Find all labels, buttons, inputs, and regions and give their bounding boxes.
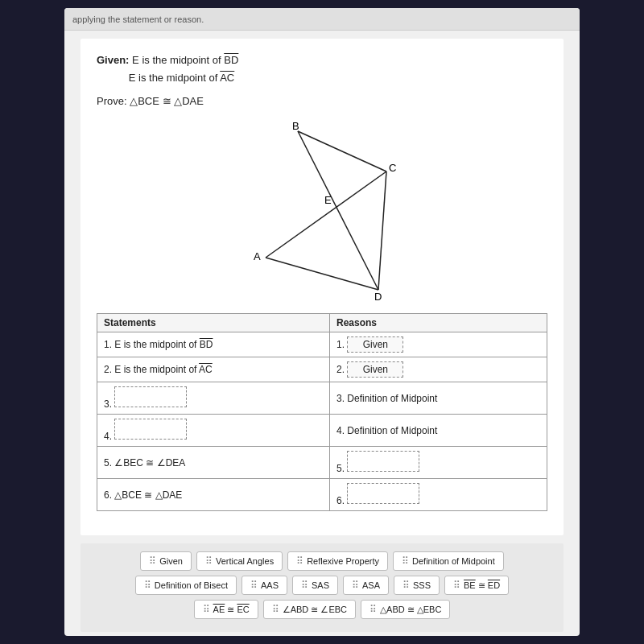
svg-line-3 — [266, 258, 378, 290]
svg-line-0 — [298, 131, 386, 171]
point-E: E — [324, 194, 332, 206]
content-area: Given: E is the midpoint of BD E is the … — [80, 39, 564, 535]
tile-angle-abd-ebc[interactable]: ⠿ ∠ABD ≅ ∠EBC — [263, 600, 356, 619]
tile-be-ed[interactable]: ⠿ BE ≅ ED — [444, 576, 509, 595]
reason-text-4: 4. Definition of Midpoint — [336, 425, 437, 436]
tile-triangle-abd-ebc[interactable]: ⠿ △ABD ≅ △EBC — [361, 600, 450, 619]
given-line2-seg: AC — [220, 72, 234, 84]
prove-section: Prove: △BCE ≅ △DAE — [97, 95, 547, 107]
prove-statement: △BCE ≅ △DAE — [130, 95, 204, 107]
stmt-dashed-4[interactable] — [114, 419, 187, 440]
given-label: Given: — [97, 54, 129, 66]
header-instruction: applying the statement or reason. — [72, 14, 204, 24]
col-statements: Statements — [97, 314, 330, 332]
reason-6: 6. — [329, 479, 547, 511]
svg-line-4 — [378, 171, 386, 290]
geometry-diagram: B C E A D — [221, 117, 423, 302]
point-D: D — [374, 291, 382, 302]
point-C: C — [389, 162, 396, 174]
svg-line-2 — [266, 171, 386, 258]
reason-dashed-6[interactable] — [347, 483, 419, 504]
tile-asa[interactable]: ⠿ ASA — [343, 576, 389, 595]
reason-dashed-5[interactable] — [347, 451, 419, 472]
tiles-row-3: ⠿ AE ≅ EC ⠿ ∠ABD ≅ ∠EBC ⠿ △ABD ≅ △EBC — [90, 600, 554, 619]
reason-1: 1. Given — [329, 332, 547, 357]
given-box-1[interactable]: Given — [347, 336, 403, 353]
stmt-1: 1. E is the midpoint of BD — [97, 332, 330, 357]
stmt-5: 5. ∠BEC ≅ ∠DEA — [97, 447, 330, 479]
tile-def-midpoint[interactable]: ⠿ Definition of Midpoint — [393, 551, 504, 571]
diagram-container: B C E A D — [97, 117, 547, 302]
tile-reflexive[interactable]: ⠿ Reflexive Property — [287, 551, 388, 571]
point-A: A — [254, 250, 261, 262]
table-row: 1. E is the midpoint of BD 1. Given — [97, 332, 547, 357]
given-line1-seg: BD — [224, 54, 238, 66]
table-row: 2. E is the midpoint of AC 2. Given — [97, 357, 547, 382]
stmt-dashed-3[interactable] — [114, 386, 187, 407]
proof-table: Statements Reasons 1. E is the midpoint … — [97, 313, 547, 511]
table-row: 6. △BCE ≅ △DAE 6. — [97, 479, 547, 511]
given-box-2[interactable]: Given — [347, 361, 403, 378]
col-reasons: Reasons — [329, 314, 547, 332]
table-row: 5. ∠BEC ≅ ∠DEA 5. — [97, 447, 547, 479]
tile-given[interactable]: ⠿ Given — [140, 551, 192, 571]
reason-2: 2. Given — [329, 357, 547, 382]
stmt-3: 3. — [97, 382, 330, 415]
header-bar: applying the statement or reason. — [64, 8, 580, 31]
table-row: 3. 3. Definition of Midpoint — [97, 382, 547, 415]
svg-line-1 — [298, 131, 378, 290]
tile-sss[interactable]: ⠿ SSS — [394, 576, 440, 595]
given-line2-text: E is the midpoint of — [129, 72, 218, 84]
prove-label: Prove: — [97, 95, 127, 107]
stmt-6: 6. △BCE ≅ △DAE — [97, 479, 330, 511]
tiles-area: ⠿ Given ⠿ Vertical Angles ⠿ Reflexive Pr… — [80, 543, 564, 632]
stmt-2: 2. E is the midpoint of AC — [97, 357, 330, 382]
tiles-row-1: ⠿ Given ⠿ Vertical Angles ⠿ Reflexive Pr… — [90, 551, 554, 571]
reason-text-3: 3. Definition of Midpoint — [336, 393, 437, 404]
table-row: 4. 4. Definition of Midpoint — [97, 415, 547, 447]
tile-sas[interactable]: ⠿ SAS — [292, 576, 338, 595]
reason-5: 5. — [329, 447, 547, 479]
tile-aas[interactable]: ⠿ AAS — [242, 576, 287, 595]
point-B: B — [292, 120, 299, 132]
reason-3: 3. Definition of Midpoint — [329, 382, 547, 415]
stmt-4: 4. — [97, 415, 330, 447]
tile-vertical-angles[interactable]: ⠿ Vertical Angles — [196, 551, 283, 571]
given-section: Given: E is the midpoint of BD E is the … — [97, 52, 547, 87]
reason-4: 4. Definition of Midpoint — [329, 415, 547, 447]
tile-def-bisect[interactable]: ⠿ Definition of Bisect — [135, 576, 237, 595]
tile-ae-ec[interactable]: ⠿ AE ≅ EC — [194, 600, 258, 619]
tiles-row-2: ⠿ Definition of Bisect ⠿ AAS ⠿ SAS ⠿ ASA… — [90, 576, 554, 595]
given-line1-text: E is the midpoint of — [132, 54, 221, 66]
